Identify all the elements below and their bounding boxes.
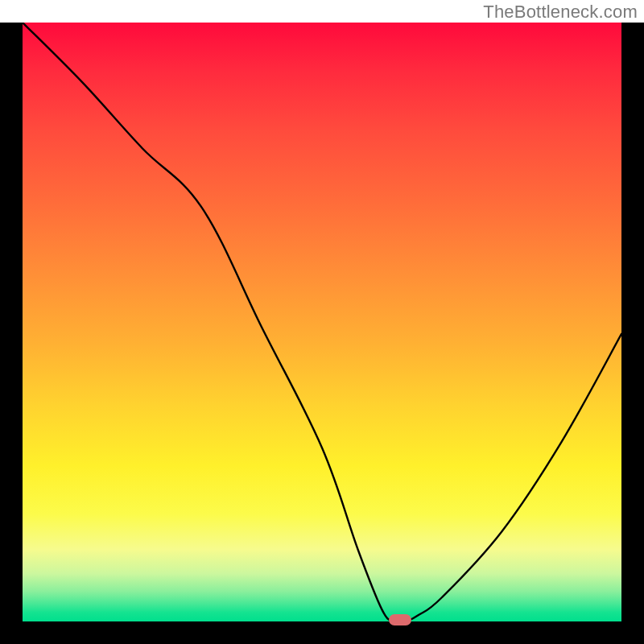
watermark-text: TheBottleneck.com bbox=[483, 2, 638, 23]
chart-frame bbox=[0, 23, 644, 644]
bottleneck-curve bbox=[23, 23, 621, 621]
curve-path bbox=[23, 23, 621, 621]
chart-container: TheBottleneck.com bbox=[0, 0, 644, 644]
optimal-marker bbox=[389, 614, 411, 625]
gradient-plot-area bbox=[23, 23, 621, 621]
